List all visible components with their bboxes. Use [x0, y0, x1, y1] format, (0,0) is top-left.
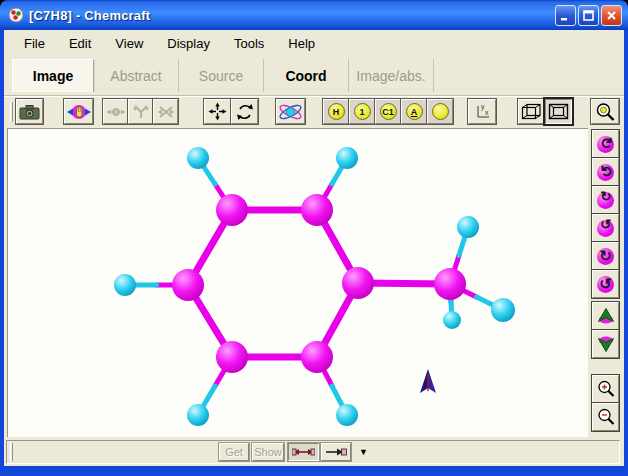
move-atom-button: [103, 99, 128, 124]
close-button[interactable]: [601, 5, 622, 26]
canvas-cursor: [420, 369, 436, 393]
move-farther-button[interactable]: [592, 330, 619, 358]
zoom-out-icon: [597, 408, 615, 426]
rotate-z-cw-button[interactable]: ↻: [592, 242, 619, 270]
hand-rotate-icon: [67, 103, 91, 121]
zoom-in-icon: [597, 380, 615, 398]
svg-text:x: x: [485, 109, 489, 116]
move-atom-icon: [106, 106, 126, 118]
c1-label-icon: C1: [380, 103, 397, 120]
green-down-arrow-icon: [597, 336, 615, 352]
molecule-view[interactable]: [7, 128, 588, 437]
rotate-y-ccw-button[interactable]: ↺: [592, 214, 619, 242]
move-closer-button[interactable]: [592, 302, 619, 330]
orthographic-view-button[interactable]: [545, 99, 572, 124]
rotate-z-cw-icon: ↻: [597, 248, 614, 265]
both-directions-button[interactable]: [288, 443, 319, 461]
maximize-icon: [583, 10, 594, 21]
capture-image-button[interactable]: [16, 99, 43, 124]
dihedral-icon: [157, 105, 175, 119]
direction-dropdown[interactable]: ▼: [359, 447, 368, 457]
minimize-button[interactable]: [555, 5, 576, 26]
close-icon: [606, 10, 617, 21]
tab-bar: Image Abstract Source Coord Image/abs.: [4, 56, 624, 95]
show-labels-button[interactable]: A: [401, 99, 427, 124]
rotate-icon: [236, 103, 254, 121]
tab-image-abs[interactable]: Image/abs.: [349, 59, 434, 92]
change-angle-button: [128, 99, 153, 124]
zoom-in-button[interactable]: [592, 375, 619, 403]
zoom-out-button[interactable]: [592, 403, 619, 431]
change-dihedral-button: [153, 99, 178, 124]
rotate-by-hand-button[interactable]: [64, 99, 93, 124]
menu-help[interactable]: Help: [279, 33, 324, 54]
rotate-y-cw-icon: ↻: [597, 192, 614, 209]
show-element-numbers-button[interactable]: C1: [375, 99, 401, 124]
get-button: Get: [219, 443, 249, 461]
show-axes-button[interactable]: y x: [468, 99, 496, 124]
show-numbers-button[interactable]: 1: [349, 99, 375, 124]
tab-coord[interactable]: Coord: [264, 59, 349, 92]
magnifier-atom-icon: [595, 102, 615, 122]
angle-icon: [132, 105, 150, 119]
perspective-view-button[interactable]: [518, 99, 545, 124]
rotate-z-ccw-button[interactable]: ↺: [592, 270, 619, 298]
show-hydrogens-button[interactable]: H: [323, 99, 349, 124]
cube-icon: [521, 103, 542, 120]
minimize-icon: [560, 10, 571, 21]
tab-source[interactable]: Source: [179, 59, 264, 92]
rotate-mode-button[interactable]: [231, 99, 258, 124]
bottom-toolbar: Get Show ▼: [6, 440, 620, 464]
green-up-arrow-icon: [597, 308, 615, 324]
rotate-x-ccw-button[interactable]: ↺: [592, 158, 619, 186]
window-title: [C7H8] - Chemcraft: [29, 8, 553, 23]
tab-abstract[interactable]: Abstract: [94, 59, 179, 92]
rotate-y-cw-button[interactable]: ↻: [592, 186, 619, 214]
menu-tools[interactable]: Tools: [225, 33, 273, 54]
display-mode-button[interactable]: [276, 99, 305, 124]
app-icon: [8, 7, 24, 23]
tab-image[interactable]: Image: [12, 59, 94, 92]
rotate-x-cw-button[interactable]: ↻: [592, 130, 619, 158]
a-label-icon: A: [406, 103, 423, 120]
right-arrow-icon: [325, 447, 347, 457]
toolbar-grip[interactable]: [10, 102, 13, 122]
rotate-y-ccw-icon: ↺: [597, 220, 614, 237]
translate-mode-button[interactable]: [204, 99, 231, 124]
menu-view[interactable]: View: [106, 33, 152, 54]
orbit-atom-icon: [278, 102, 303, 122]
cube-front-icon: [548, 103, 569, 120]
show-button: Show: [252, 443, 284, 461]
axes-icon: y x: [473, 103, 491, 120]
chemcraft-window: [C7H8] - Chemcraft File Edit View Displa…: [0, 0, 628, 476]
menu-file[interactable]: File: [15, 33, 54, 54]
rotate-x-cw-icon: ↻: [597, 136, 614, 153]
number-label-icon: 1: [354, 103, 371, 120]
toolbar: H 1 C1 A y x: [4, 95, 624, 128]
menu-edit[interactable]: Edit: [60, 33, 100, 54]
rotate-x-ccw-icon: ↺: [597, 164, 614, 181]
find-atom-button[interactable]: [591, 99, 619, 124]
title-bar[interactable]: [C7H8] - Chemcraft: [0, 0, 628, 30]
atom-layer: [114, 147, 515, 426]
blank-atom-icon: [432, 103, 449, 120]
menu-display[interactable]: Display: [158, 33, 219, 54]
rotate-z-ccw-icon: ↺: [597, 276, 614, 293]
h-label-icon: H: [328, 103, 345, 120]
forward-direction-button[interactable]: [321, 443, 351, 461]
translate-icon: [208, 102, 227, 121]
maximize-button[interactable]: [578, 5, 599, 26]
menu-bar: File Edit View Display Tools Help: [4, 30, 624, 56]
double-arrow-icon: [292, 447, 315, 457]
plain-atoms-button[interactable]: [427, 99, 453, 124]
bottombar-grip[interactable]: [10, 443, 13, 461]
camera-icon: [19, 104, 40, 120]
